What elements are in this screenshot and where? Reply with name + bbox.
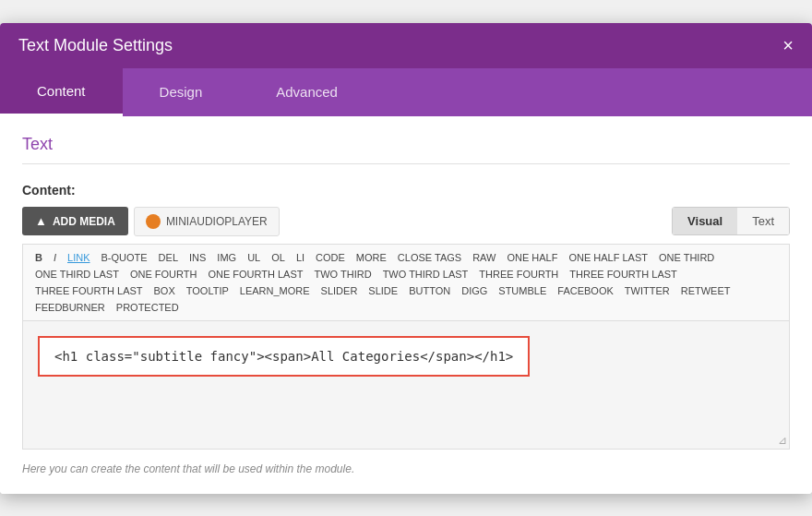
section-title: Text: [22, 135, 790, 164]
fmt-facebook[interactable]: FACEBOOK: [553, 283, 618, 298]
fmt-three-fourth-last2[interactable]: THREE FOURTH LAST: [30, 283, 148, 298]
fmt-li[interactable]: LI: [292, 250, 309, 265]
fmt-ul[interactable]: UL: [243, 250, 265, 265]
fmt-slide[interactable]: SLIDE: [364, 283, 402, 298]
editor-toolbar: ▲ ADD MEDIA MINIAUDIOPLAYER Visual Text: [22, 207, 790, 236]
fmt-button[interactable]: BUTTON: [404, 283, 455, 298]
fmt-tooltip[interactable]: TOOLTIP: [182, 283, 233, 298]
add-media-label: ADD MEDIA: [53, 215, 115, 228]
fmt-protected[interactable]: PROTECTED: [112, 300, 184, 315]
fmt-slider[interactable]: SLIDER: [316, 283, 363, 298]
fmt-ins[interactable]: INS: [185, 250, 210, 265]
code-content: <h1 class="subtitle fancy"><span>All Cat…: [38, 336, 530, 377]
fmt-one-half-last[interactable]: ONE HALF LAST: [564, 250, 652, 265]
fmt-close-tags[interactable]: CLOSE TAGS: [393, 250, 466, 265]
fmt-one-fourth-last[interactable]: ONE FOURTH LAST: [203, 267, 307, 282]
visual-text-toggle: Visual Text: [672, 207, 790, 235]
modal-title: Text Module Settings: [18, 36, 173, 55]
fmt-bquote[interactable]: B-QUOTE: [96, 250, 151, 265]
add-media-icon: ▲: [35, 214, 47, 228]
fmt-italic[interactable]: I: [49, 250, 61, 265]
fmt-feedburner[interactable]: FEEDBURNER: [30, 300, 110, 315]
fmt-twitter[interactable]: TWITTER: [620, 283, 675, 298]
fmt-stumble[interactable]: STUMBLE: [494, 283, 551, 298]
miniaudio-label: MINIAUDIOPLAYER: [166, 215, 268, 228]
fmt-two-third-last[interactable]: TWO THIRD LAST: [378, 267, 473, 282]
fmt-three-fourth[interactable]: THREE FOURTH: [474, 267, 563, 282]
modal-container: Text Module Settings × Content Design Ad…: [0, 23, 812, 494]
tab-advanced[interactable]: Advanced: [239, 68, 375, 116]
fmt-del[interactable]: DEL: [154, 250, 183, 265]
fmt-one-fourth[interactable]: ONE FOURTH: [125, 267, 202, 282]
editor-area[interactable]: <h1 class="subtitle fancy"><span>All Cat…: [22, 320, 790, 450]
fmt-bold[interactable]: B: [30, 250, 47, 265]
tab-design[interactable]: Design: [123, 68, 240, 116]
miniaudio-icon: [146, 214, 161, 229]
fmt-one-third[interactable]: ONE THIRD: [654, 250, 719, 265]
fmt-more[interactable]: MORE: [352, 250, 391, 265]
helper-text: Here you can create the content that wil…: [22, 462, 790, 475]
add-media-button[interactable]: ▲ ADD MEDIA: [22, 207, 128, 235]
visual-button[interactable]: Visual: [673, 208, 737, 234]
fmt-ol[interactable]: OL: [267, 250, 290, 265]
fmt-one-third-last[interactable]: ONE THIRD LAST: [30, 267, 124, 282]
format-bar: B I LINK B-QUOTE DEL INS IMG UL OL LI CO…: [22, 244, 790, 320]
fmt-learn-more[interactable]: LEARN_MORE: [235, 283, 315, 298]
fmt-two-third[interactable]: TWO THIRD: [310, 267, 376, 282]
fmt-raw[interactable]: RAW: [468, 250, 500, 265]
fmt-digg[interactable]: DIGG: [457, 283, 492, 298]
modal-header: Text Module Settings ×: [0, 23, 812, 68]
text-button[interactable]: Text: [737, 208, 789, 234]
close-button[interactable]: ×: [782, 36, 794, 54]
fmt-three-fourth-last[interactable]: THREE FOURTH LAST: [565, 267, 682, 282]
fmt-link[interactable]: LINK: [63, 250, 94, 265]
fmt-box[interactable]: BOX: [149, 283, 180, 298]
tabs-bar: Content Design Advanced: [0, 68, 812, 116]
fmt-retweet[interactable]: RETWEET: [676, 283, 735, 298]
tab-content[interactable]: Content: [0, 68, 123, 116]
resize-handle[interactable]: ⊿: [778, 434, 787, 447]
content-label: Content:: [22, 183, 790, 198]
fmt-one-half[interactable]: ONE HALF: [502, 250, 562, 265]
fmt-code[interactable]: CODE: [311, 250, 350, 265]
fmt-img[interactable]: IMG: [212, 250, 241, 265]
miniaudio-button[interactable]: MINIAUDIOPLAYER: [134, 207, 280, 236]
modal-body: Text Content: ▲ ADD MEDIA MINIAUDIOPLAYE…: [0, 116, 812, 494]
